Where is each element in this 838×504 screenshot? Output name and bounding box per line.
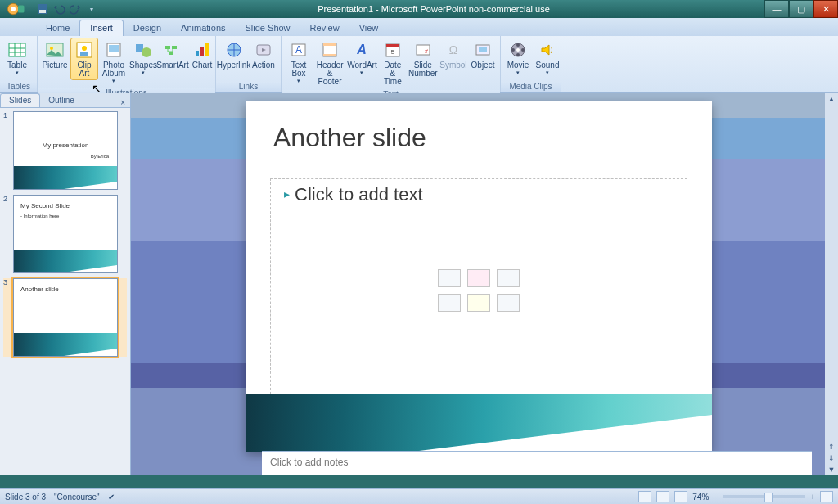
tab-animations[interactable]: Animations xyxy=(171,20,235,36)
save-icon[interactable] xyxy=(36,2,49,16)
zoom-slider[interactable] xyxy=(723,495,805,498)
redo-icon[interactable] xyxy=(69,2,82,16)
svg-point-45 xyxy=(516,53,520,56)
slides-panel: Slides Outline × 1 My presentation By Er… xyxy=(0,93,131,475)
ribbon-tabs: Home Insert Design Animations Slide Show… xyxy=(0,18,838,36)
svg-point-43 xyxy=(516,43,520,47)
smartart-label: SmartArt xyxy=(156,61,188,70)
textbox-button[interactable]: A Text Box xyxy=(285,38,313,87)
svg-rect-30 xyxy=(323,43,336,46)
spellcheck-icon[interactable]: ✔ xyxy=(108,493,115,502)
svg-rect-31 xyxy=(323,54,336,56)
svg-rect-20 xyxy=(172,46,177,49)
picture-label: Picture xyxy=(42,61,67,70)
view-normal-button[interactable] xyxy=(638,491,651,502)
quick-access-toolbar: ▾ xyxy=(31,2,103,16)
table-icon xyxy=(7,40,27,60)
movie-icon xyxy=(508,40,528,60)
datetime-button[interactable]: 5 Date & Time xyxy=(379,38,407,88)
sound-button[interactable]: Sound xyxy=(534,38,561,79)
action-label: Action xyxy=(252,61,275,70)
action-icon xyxy=(254,40,273,60)
action-button[interactable]: Action xyxy=(250,38,277,72)
movie-button[interactable]: Movie xyxy=(504,38,532,79)
scroll-up-icon[interactable]: ▲ xyxy=(828,93,836,105)
tab-review[interactable]: Review xyxy=(300,20,349,36)
hyperlink-icon xyxy=(224,40,244,60)
svg-rect-4 xyxy=(39,10,46,13)
object-button[interactable]: Object xyxy=(469,38,497,72)
svg-point-13 xyxy=(82,46,87,51)
smartart-button[interactable]: SmartArt xyxy=(159,38,187,72)
close-button[interactable]: ✕ xyxy=(813,0,838,18)
svg-rect-23 xyxy=(200,47,204,56)
slide-edit-area[interactable]: Another slide ▸Click to add text Click t… xyxy=(131,93,825,475)
clipart-button[interactable]: Clip Art xyxy=(70,38,98,80)
undo-icon[interactable] xyxy=(52,2,65,16)
hyperlink-button[interactable]: Hyperlink xyxy=(219,38,248,72)
insert-smartart-icon[interactable] xyxy=(497,269,520,287)
insert-clipart-icon[interactable] xyxy=(467,294,490,312)
current-slide[interactable]: Another slide ▸Click to add text xyxy=(246,101,712,452)
sound-icon xyxy=(538,40,557,60)
insert-picture-icon[interactable] xyxy=(438,294,461,312)
qat-dropdown-icon[interactable]: ▾ xyxy=(85,2,98,16)
picture-button[interactable]: Picture xyxy=(41,38,69,72)
panel-close-icon[interactable]: × xyxy=(115,98,130,107)
clipart-icon xyxy=(74,40,94,60)
svg-rect-34 xyxy=(386,44,399,47)
table-button[interactable]: Table xyxy=(3,38,31,79)
tab-slideshow[interactable]: Slide Show xyxy=(236,20,300,36)
tab-design[interactable]: Design xyxy=(124,20,171,36)
slidenumber-button[interactable]: # Slide Number xyxy=(408,38,438,80)
content-placeholder-icons[interactable] xyxy=(438,269,520,312)
symbol-button[interactable]: Ω Symbol xyxy=(439,38,467,72)
slide-body-placeholder[interactable]: ▸Click to add text xyxy=(270,178,687,403)
next-slide-icon[interactable]: ⇓ xyxy=(828,452,835,464)
textbox-icon: A xyxy=(289,40,309,60)
maximize-button[interactable]: ▢ xyxy=(789,0,813,18)
shapes-button[interactable]: Shapes xyxy=(129,38,157,79)
scroll-down-icon[interactable]: ▼ xyxy=(828,464,836,475)
zoom-out-button[interactable]: − xyxy=(714,493,719,502)
prev-slide-icon[interactable]: ⇑ xyxy=(828,441,835,452)
headerfooter-button[interactable]: Header & Footer xyxy=(314,38,345,88)
svg-rect-14 xyxy=(80,52,88,56)
tab-view[interactable]: View xyxy=(349,20,389,36)
slide-thumb-1[interactable]: 1 My presentation By Erica xyxy=(3,111,127,190)
chart-button[interactable]: Chart xyxy=(188,38,216,72)
slide-thumb-3[interactable]: 3 Another slide xyxy=(3,278,127,357)
status-theme: "Concourse" xyxy=(54,493,99,502)
panel-tab-slides[interactable]: Slides xyxy=(0,93,40,107)
vertical-scrollbar[interactable]: ▲ ⇑ ⇓ ▼ xyxy=(825,93,838,475)
insert-media-icon[interactable] xyxy=(497,294,520,312)
wordart-button[interactable]: A WordArt xyxy=(347,38,377,79)
svg-point-42 xyxy=(516,48,520,52)
fit-to-window-button[interactable] xyxy=(820,491,833,502)
symbol-icon: Ω xyxy=(444,40,463,60)
office-button[interactable] xyxy=(0,0,31,18)
svg-rect-40 xyxy=(479,47,487,52)
zoom-in-button[interactable]: + xyxy=(810,493,815,502)
view-sorter-button[interactable] xyxy=(656,491,669,502)
work-area: Slides Outline × 1 My presentation By Er… xyxy=(0,93,838,475)
minimize-button[interactable]: — xyxy=(764,0,789,18)
slidenumber-icon: # xyxy=(413,40,433,60)
svg-text:A: A xyxy=(295,44,302,56)
hyperlink-label: Hyperlink xyxy=(217,61,251,70)
insert-chart-icon[interactable] xyxy=(467,269,490,287)
smartart-icon xyxy=(163,40,182,60)
shapes-label: Shapes xyxy=(129,61,157,70)
insert-table-icon[interactable] xyxy=(438,269,461,287)
title-bar: ▾ Presentation1 - Microsoft PowerPoint n… xyxy=(0,0,838,18)
tab-insert[interactable]: Insert xyxy=(79,20,124,36)
slide-title-placeholder[interactable]: Another slide xyxy=(273,123,426,153)
slide-thumb-2[interactable]: 2 My Second Slide - Information here xyxy=(3,195,127,273)
tab-home[interactable]: Home xyxy=(36,20,79,36)
view-slideshow-button[interactable] xyxy=(674,491,687,502)
photoalbum-button[interactable]: Photo Album xyxy=(100,38,128,87)
ribbon: Table Tables Picture Clip Art Photo Albu… xyxy=(0,36,838,93)
status-slide-info: Slide 3 of 3 xyxy=(5,493,46,502)
panel-tab-outline[interactable]: Outline xyxy=(40,94,83,107)
notes-pane[interactable]: Click to add notes xyxy=(262,451,812,475)
